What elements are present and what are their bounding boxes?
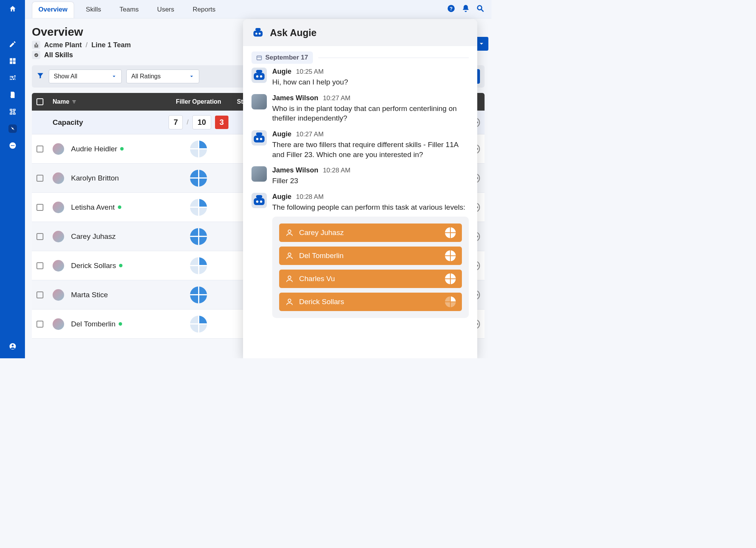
msg-time: 10:27 AM bbox=[296, 131, 324, 138]
row-checkbox[interactable] bbox=[36, 291, 43, 298]
crumb-plant[interactable]: Acme Plant bbox=[44, 41, 82, 49]
filter-icon[interactable] bbox=[36, 72, 44, 81]
person-icon bbox=[285, 298, 294, 306]
skill-pie bbox=[190, 257, 207, 274]
bell-icon[interactable] bbox=[462, 4, 470, 14]
bot-avatar bbox=[251, 68, 267, 83]
tab-skills[interactable]: Skills bbox=[79, 2, 108, 18]
result-chip[interactable]: Del Tomberlin bbox=[279, 247, 462, 265]
chat-header: Ask Augie bbox=[243, 19, 477, 46]
svg-text:?: ? bbox=[450, 6, 453, 12]
svg-rect-21 bbox=[254, 73, 265, 80]
svg-point-1 bbox=[11, 145, 12, 146]
calendar-icon bbox=[256, 55, 262, 61]
capacity-of: 10 bbox=[192, 115, 211, 129]
skill-pie bbox=[190, 199, 207, 216]
skill-pie bbox=[190, 228, 207, 245]
tab-reports[interactable]: Reports bbox=[186, 2, 222, 18]
svg-point-17 bbox=[259, 33, 261, 35]
col-op-header[interactable]: Filler Operation bbox=[160, 98, 237, 105]
svg-point-34 bbox=[288, 253, 291, 256]
result-skill-pie bbox=[445, 296, 456, 307]
skill-pie bbox=[190, 316, 207, 333]
msg-text: There are two fillers that require diffe… bbox=[272, 140, 469, 159]
tab-teams[interactable]: Teams bbox=[113, 2, 145, 18]
svg-rect-28 bbox=[256, 132, 262, 136]
msg-text: Hi, how can I help you? bbox=[272, 77, 469, 87]
msg-text: The following people can perform this ta… bbox=[272, 202, 469, 212]
home-icon[interactable] bbox=[8, 5, 17, 13]
tools-icon[interactable] bbox=[8, 124, 17, 133]
capacity-label: Capacity bbox=[53, 118, 160, 127]
tab-users[interactable]: Users bbox=[151, 2, 180, 18]
msg-time: 10:28 AM bbox=[296, 193, 324, 201]
grid-icon[interactable] bbox=[8, 57, 17, 65]
col-name-header[interactable]: Name bbox=[53, 98, 160, 105]
skill-pie bbox=[190, 170, 207, 187]
chat-message: Augie 10:25 AM Hi, how can I help you? bbox=[251, 68, 469, 87]
svg-point-33 bbox=[288, 230, 291, 233]
result-name: Charles Vu bbox=[299, 275, 335, 283]
result-chip[interactable]: Carey Juhasz bbox=[279, 224, 462, 242]
all-skills-label[interactable]: All Skills bbox=[44, 51, 73, 59]
row-checkbox[interactable] bbox=[36, 175, 43, 182]
row-checkbox[interactable] bbox=[36, 233, 43, 240]
chat-message: Augie 10:27 AM There are two fillers tha… bbox=[251, 130, 469, 159]
person-icon bbox=[285, 228, 294, 237]
chat-message: Augie 10:28 AM The following people can … bbox=[251, 193, 469, 318]
help-icon[interactable]: ? bbox=[447, 4, 455, 14]
show-select[interactable]: Show All bbox=[49, 70, 122, 83]
person-name: Carey Juhasz bbox=[71, 232, 116, 241]
avatar bbox=[53, 231, 64, 242]
capacity-gap: 3 bbox=[215, 116, 228, 129]
svg-point-35 bbox=[288, 276, 291, 279]
result-chip[interactable]: Charles Vu bbox=[279, 270, 462, 288]
chat-title: Ask Augie bbox=[270, 27, 316, 38]
person-name: Audrie Heidler bbox=[71, 145, 124, 153]
result-list: Carey Juhasz Del Tomberlin Charles Vu De… bbox=[272, 217, 469, 318]
person-name: Marta Stice bbox=[71, 291, 108, 299]
msg-time: 10:25 AM bbox=[296, 68, 324, 76]
svg-point-3 bbox=[13, 145, 15, 146]
result-skill-pie bbox=[445, 273, 456, 284]
skill-pie bbox=[190, 286, 207, 303]
result-skill-pie bbox=[445, 227, 456, 238]
avatar bbox=[53, 260, 64, 272]
sliders-icon[interactable] bbox=[8, 74, 17, 82]
person-name: Derick Sollars bbox=[71, 262, 122, 270]
topbar: Overview Skills Teams Users Reports ? bbox=[25, 0, 491, 18]
bot-icon bbox=[251, 26, 265, 39]
chat-message: James Wilson 10:28 AM Filler 23 bbox=[251, 166, 469, 186]
row-checkbox[interactable] bbox=[36, 204, 43, 211]
ratings-select[interactable]: All Ratings bbox=[126, 70, 199, 83]
svg-rect-32 bbox=[256, 195, 262, 198]
svg-rect-15 bbox=[253, 31, 263, 36]
search-icon[interactable] bbox=[476, 4, 485, 14]
select-all-checkbox[interactable] bbox=[36, 98, 43, 105]
chevron-down-icon bbox=[189, 74, 194, 79]
more-icon[interactable] bbox=[8, 141, 17, 150]
skill-pie bbox=[190, 141, 207, 157]
chat-date-chip: September 17 bbox=[251, 51, 313, 64]
svg-rect-18 bbox=[255, 28, 261, 31]
row-checkbox[interactable] bbox=[36, 262, 43, 269]
capacity-have: 7 bbox=[169, 115, 183, 129]
svg-point-36 bbox=[288, 299, 291, 302]
report-icon[interactable] bbox=[8, 91, 17, 99]
tree-icon[interactable] bbox=[8, 108, 17, 116]
msg-time: 10:27 AM bbox=[323, 94, 351, 102]
msg-text: Who is in the plant today that can perfo… bbox=[272, 104, 469, 123]
result-name: Carey Juhasz bbox=[299, 228, 344, 237]
row-checkbox[interactable] bbox=[36, 321, 43, 328]
crumb-team[interactable]: Line 1 Team bbox=[91, 41, 131, 49]
svg-point-23 bbox=[260, 75, 262, 78]
online-dot bbox=[120, 147, 124, 151]
svg-point-2 bbox=[12, 145, 13, 146]
row-checkbox[interactable] bbox=[36, 146, 43, 152]
result-chip[interactable]: Derick Sollars bbox=[279, 293, 462, 311]
edit-icon[interactable] bbox=[8, 40, 17, 48]
msg-from: Augie bbox=[272, 130, 291, 138]
result-name: Derick Sollars bbox=[299, 298, 344, 306]
account-icon[interactable] bbox=[8, 342, 17, 351]
tab-overview[interactable]: Overview bbox=[32, 2, 74, 18]
